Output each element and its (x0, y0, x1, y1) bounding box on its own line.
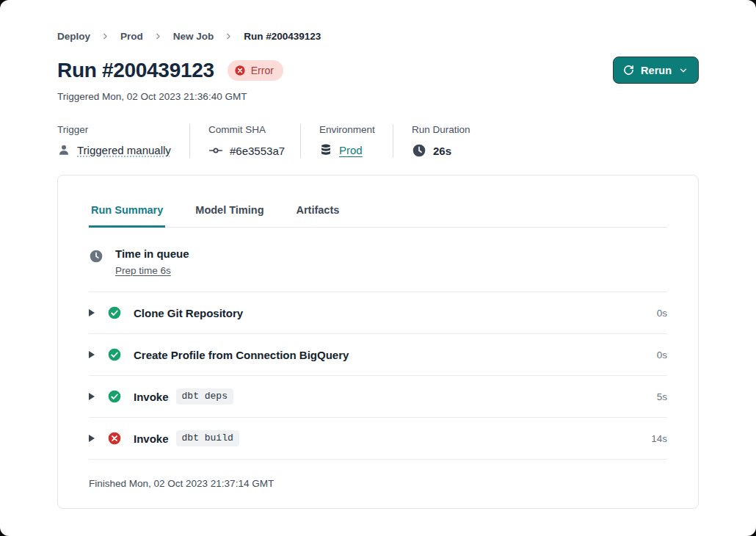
refresh-icon (623, 65, 634, 76)
step-row-dbt-deps: Invoke dbt deps 5s (89, 376, 667, 418)
success-check-icon (107, 389, 122, 404)
meta-trigger: Trigger Triggered manually (57, 124, 189, 158)
git-commit-icon (208, 143, 223, 158)
meta-duration-label: Run Duration (412, 124, 470, 135)
meta-environment-label: Environment (319, 124, 393, 135)
person-icon (57, 143, 70, 156)
tab-run-summary[interactable]: Run Summary (89, 198, 165, 228)
step-row-create-profile: Create Profile from Connection BigQuery … (89, 334, 667, 376)
tab-bar: Run Summary Model Timing Artifacts (89, 198, 667, 228)
step-title: Invoke (134, 432, 169, 445)
meta-environment: Environment Prod (319, 124, 393, 158)
finished-timestamp: Finished Mon, 02 Oct 2023 21:37:14 GMT (89, 460, 667, 507)
command-chip: dbt deps (176, 388, 233, 405)
step-duration: 0s (657, 308, 667, 319)
expand-caret-icon[interactable] (89, 435, 95, 442)
error-circle-icon (234, 65, 246, 76)
step-duration: 5s (657, 391, 667, 402)
time-in-queue-content: Time in queue Prep time 6s (115, 247, 189, 277)
time-in-queue-title: Time in queue (115, 247, 189, 260)
page-header: Deploy Prod New Job Run #200439123 Run #… (0, 0, 756, 158)
step-title: Create Profile from Connection BigQuery (134, 349, 349, 361)
expand-caret-icon[interactable] (89, 351, 95, 358)
title-group: Run #200439123 Error (57, 59, 283, 82)
breadcrumb-deploy[interactable]: Deploy (57, 31, 90, 42)
chevron-down-icon[interactable] (678, 65, 688, 76)
error-circle-icon (107, 431, 122, 446)
time-in-queue-row: Time in queue Prep time 6s (89, 228, 667, 292)
success-check-icon (107, 347, 122, 362)
step-row-dbt-build: Invoke dbt build 14s (89, 418, 667, 460)
meta-commit-sha: Commit SHA #6e3553a7 (208, 124, 300, 158)
step-duration: 14s (651, 433, 667, 444)
step-title: Clone Git Repository (134, 307, 243, 319)
tab-model-timing[interactable]: Model Timing (193, 198, 266, 228)
clock-icon (412, 143, 426, 158)
step-duration: 0s (657, 350, 667, 361)
step-title: Invoke (134, 391, 169, 403)
command-chip: dbt build (176, 430, 239, 446)
run-summary-card: Run Summary Model Timing Artifacts Time … (57, 175, 699, 509)
chevron-right-icon (153, 32, 163, 41)
status-badge: Error (228, 60, 283, 81)
expand-caret-icon[interactable] (89, 393, 95, 400)
run-detail-page: Deploy Prod New Job Run #200439123 Run #… (0, 0, 756, 536)
breadcrumb: Deploy Prod New Job Run #200439123 (57, 31, 699, 42)
breadcrumb-current-run: Run #200439123 (244, 31, 321, 42)
status-badge-label: Error (251, 65, 274, 76)
rerun-button[interactable]: Rerun (613, 57, 699, 84)
tab-artifacts[interactable]: Artifacts (294, 198, 342, 228)
success-check-icon (107, 305, 122, 320)
chevron-right-icon (224, 32, 233, 41)
step-row-clone-git: Clone Git Repository 0s (89, 292, 667, 334)
page-title: Run #200439123 (57, 59, 214, 82)
meta-duration-value: 26s (433, 145, 451, 157)
meta-run-duration: Run Duration 26s (412, 124, 470, 158)
triggered-timestamp: Triggered Mon, 02 Oct 2023 21:36:40 GMT (57, 91, 699, 102)
expand-caret-icon[interactable] (89, 309, 95, 316)
title-row: Run #200439123 Error Rerun (57, 57, 699, 84)
meta-environment-value[interactable]: Prod (339, 144, 363, 156)
database-icon (319, 143, 332, 156)
chevron-right-icon (101, 32, 110, 41)
breadcrumb-prod[interactable]: Prod (120, 31, 143, 42)
divider (393, 124, 393, 158)
clock-icon (89, 249, 103, 264)
meta-commit-value: #6e3553a7 (230, 145, 285, 157)
meta-commit-label: Commit SHA (208, 124, 300, 135)
breadcrumb-new-job[interactable]: New Job (173, 31, 214, 42)
divider (189, 124, 190, 158)
prep-time-link[interactable]: Prep time 6s (115, 265, 171, 276)
rerun-button-label: Rerun (641, 65, 672, 76)
meta-trigger-label: Trigger (57, 124, 189, 135)
run-meta-row: Trigger Triggered manually Commit SHA #6… (57, 124, 699, 158)
meta-trigger-value[interactable]: Triggered manually (77, 144, 171, 156)
divider (300, 124, 301, 158)
